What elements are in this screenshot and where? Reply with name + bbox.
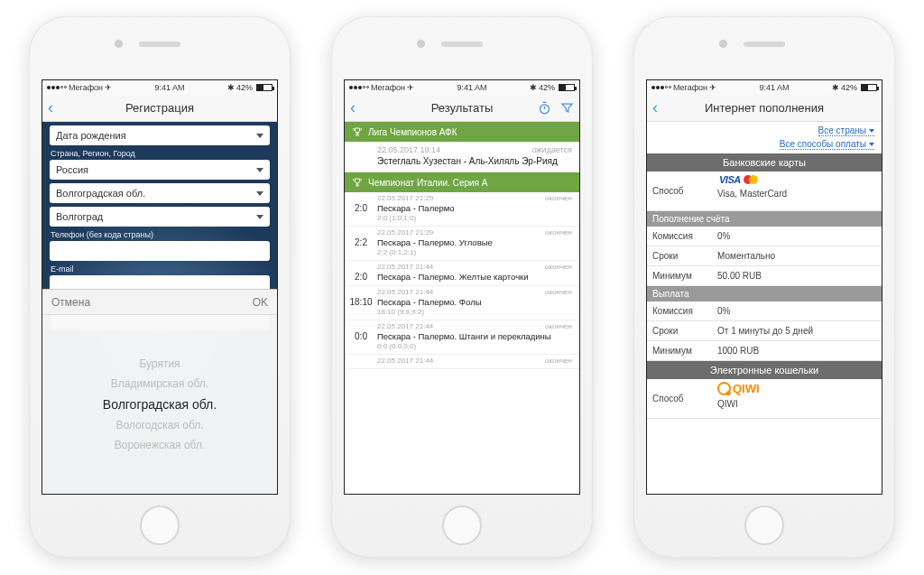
phone-results: Мегафон✈ 9:41 AM ✱42% ‹ Результаты Лига … bbox=[331, 16, 593, 558]
table-row: СрокиМоментально bbox=[647, 246, 882, 266]
match-row[interactable]: 22.05.2017 21:44окончен bbox=[345, 355, 579, 369]
region-select[interactable]: Волгоградская обл. bbox=[50, 183, 270, 203]
mastercard-icon bbox=[744, 175, 758, 184]
table-row: Минимум50.00 RUB bbox=[647, 266, 882, 286]
nav-bar: ‹ Результаты bbox=[345, 95, 579, 122]
screen-2: Мегафон✈ 9:41 AM ✱42% ‹ Результаты Лига … bbox=[344, 79, 580, 495]
chevron-down-icon bbox=[869, 143, 874, 146]
nav-bar: ‹ Интернет пополнения bbox=[647, 95, 882, 122]
section-header: Лига Чемпионов АФК bbox=[345, 122, 579, 142]
chevron-down-icon bbox=[256, 134, 263, 138]
picker-sheet: Отмена OK Бурятия Владимирская обл. Волг… bbox=[42, 289, 277, 494]
status-time: 9:41 AM bbox=[155, 83, 185, 92]
filter-icon[interactable] bbox=[560, 101, 574, 115]
picker-ok[interactable]: OK bbox=[253, 296, 268, 309]
home-button[interactable] bbox=[140, 505, 180, 545]
section-header: Чемпионат Италии. Серия А bbox=[345, 172, 579, 192]
table-row: СрокиОт 1 минуты до 5 дней bbox=[647, 321, 882, 341]
match-row[interactable]: 18:10 22.05.2017 21:44оконченПескара - П… bbox=[345, 286, 579, 320]
phone-input[interactable] bbox=[50, 241, 270, 261]
country-select[interactable]: Россия bbox=[50, 160, 270, 180]
status-bar: Мегафон✈ 9:41 AM ✱42% bbox=[345, 80, 579, 95]
match-row[interactable]: 2:0 22.05.2017 21:44оконченПескара - Пал… bbox=[345, 261, 579, 286]
match-row[interactable]: Эстеглаль Хузестан - Аль-Хиляль Эр-Рияд bbox=[345, 156, 579, 172]
city-select[interactable]: Волгоград bbox=[50, 207, 270, 227]
battery: 42% bbox=[236, 83, 253, 92]
card-logos: VISA bbox=[717, 174, 876, 185]
picker-wheel[interactable]: Бурятия Владимирская обл. Волгоградская … bbox=[42, 315, 277, 494]
match-row[interactable]: 0:0 22.05.2017 21:44оконченПескара - Пал… bbox=[345, 320, 579, 355]
chevron-down-icon bbox=[869, 129, 874, 133]
nav-bar: ‹ Регистрация bbox=[42, 95, 277, 122]
results-list[interactable]: Лига Чемпионов АФК 22.05.2017 19:14ожида… bbox=[345, 122, 579, 494]
trophy-icon bbox=[352, 126, 363, 137]
picker-cancel[interactable]: Отмена bbox=[51, 296, 90, 309]
status-bar: Мегафон✈ 9:41 AM ✱42% bbox=[647, 80, 882, 95]
payment-filter[interactable]: Все способы оплаты bbox=[780, 139, 874, 150]
visa-icon: VISA bbox=[719, 174, 741, 185]
stopwatch-icon[interactable] bbox=[538, 101, 551, 115]
trophy-icon bbox=[352, 177, 363, 188]
status-bar: Мегафон✈ 9:41 AM ✱42% bbox=[42, 80, 277, 95]
qiwi-icon: QIWI bbox=[717, 382, 876, 395]
ewallet-header: Электронные кошельки bbox=[647, 361, 882, 379]
screen-3: Мегафон✈ 9:41 AM ✱42% ‹ Интернет пополне… bbox=[646, 79, 882, 495]
match-row[interactable]: 2:2 22.05.2017 21:29оконченПескара - Пал… bbox=[345, 227, 579, 261]
match-row[interactable]: 2:0 22.05.2017 21:29оконченПескара - Пал… bbox=[345, 192, 579, 227]
home-button[interactable] bbox=[744, 505, 784, 545]
screen-1: Мегафон✈ 9:41 AM ✱42% ‹ Регистрация Дата… bbox=[42, 79, 278, 495]
countries-filter[interactable]: Все страны bbox=[818, 125, 874, 136]
email-label: E-mail bbox=[51, 264, 269, 274]
table-row: Минимум1000 RUB bbox=[647, 341, 882, 361]
chevron-down-icon bbox=[256, 215, 263, 219]
back-button[interactable]: ‹ bbox=[350, 98, 356, 117]
phone-label: Телефон (без кода страны) bbox=[51, 230, 269, 239]
cards-header: Банковские карты bbox=[647, 153, 882, 172]
location-label: Страна, Регион, Город bbox=[51, 149, 269, 158]
home-button[interactable] bbox=[442, 505, 482, 545]
dob-select[interactable]: Дата рождения bbox=[50, 125, 270, 145]
withdraw-header: Выплата bbox=[647, 286, 882, 301]
page-title: Результаты bbox=[431, 101, 493, 115]
table-row: Комиссия0% bbox=[647, 301, 882, 321]
back-button[interactable]: ‹ bbox=[652, 98, 658, 117]
phone-deposit: Мегафон✈ 9:41 AM ✱42% ‹ Интернет пополне… bbox=[633, 16, 895, 558]
table-row: Способ QIWI QIWI bbox=[647, 379, 882, 419]
deposit-header: Пополнение счёта bbox=[647, 211, 882, 227]
back-button[interactable]: ‹ bbox=[48, 98, 53, 117]
phone-registration: Мегафон✈ 9:41 AM ✱42% ‹ Регистрация Дата… bbox=[29, 16, 291, 558]
page-title: Интернет пополнения bbox=[705, 101, 824, 115]
chevron-down-icon bbox=[256, 168, 263, 172]
carrier: Мегафон bbox=[69, 83, 103, 92]
page-title: Регистрация bbox=[125, 101, 194, 115]
table-row: Способ VISA Visa, MasterCard bbox=[647, 172, 882, 211]
chevron-down-icon bbox=[256, 191, 263, 196]
table-row: Комиссия0% bbox=[647, 227, 882, 246]
